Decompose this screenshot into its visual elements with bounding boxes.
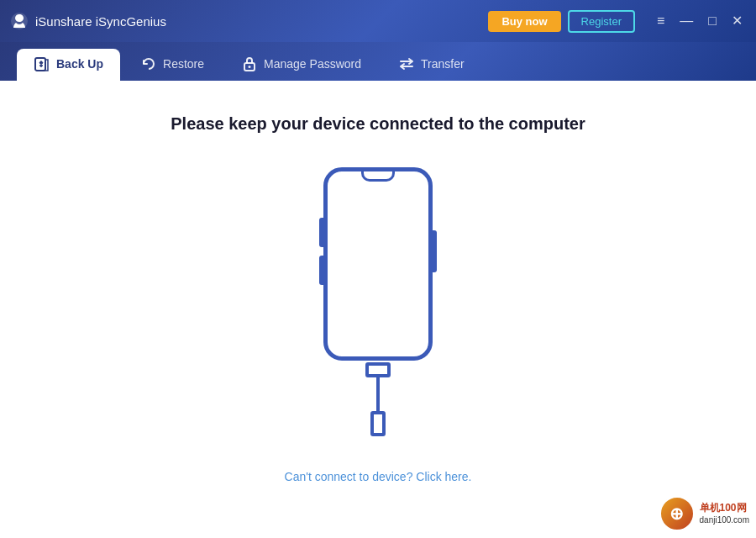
watermark-text: 单机100网 danji100.com bbox=[700, 501, 749, 527]
app-title: iSunshare iSyncGenius bbox=[35, 14, 166, 29]
phone-body bbox=[323, 167, 433, 361]
menu-button[interactable]: ≡ bbox=[654, 13, 668, 29]
svg-point-3 bbox=[249, 66, 251, 68]
window-controls: ≡ — □ ✕ bbox=[654, 13, 746, 29]
phone-notch bbox=[361, 171, 395, 182]
title-bar-left: iSunshare iSyncGenius bbox=[10, 12, 488, 30]
svg-rect-1 bbox=[35, 58, 45, 71]
cant-connect-link[interactable]: Can't connect to device? Click here. bbox=[285, 470, 472, 483]
register-button[interactable]: Register bbox=[568, 10, 635, 33]
tab-manage-password-label: Manage Password bbox=[264, 57, 361, 71]
watermark-site1: 单机100网 bbox=[700, 501, 749, 515]
title-bar: iSunshare iSyncGenius Buy now Register ≡… bbox=[0, 0, 756, 42]
tab-transfer-label: Transfer bbox=[421, 57, 465, 71]
password-icon bbox=[241, 55, 258, 72]
restore-icon bbox=[140, 55, 157, 72]
title-bar-actions: Buy now Register ≡ — □ ✕ bbox=[488, 10, 746, 33]
buy-now-button[interactable]: Buy now bbox=[488, 11, 560, 32]
watermark: ⊕ 单机100网 danji100.com bbox=[659, 496, 749, 531]
tab-restore-label: Restore bbox=[163, 57, 204, 71]
watermark-circle: ⊕ bbox=[659, 496, 695, 531]
tab-transfer[interactable]: Transfer bbox=[381, 49, 481, 81]
transfer-icon bbox=[398, 55, 415, 72]
phone-button-right bbox=[433, 230, 437, 272]
nav-bar: Back Up Restore Manage Password bbox=[0, 42, 756, 81]
main-title: Please keep your device connected to the… bbox=[171, 114, 585, 134]
watermark-site2: danji100.com bbox=[700, 514, 749, 526]
phone-illustration bbox=[323, 167, 433, 436]
phone-button-left-2 bbox=[319, 256, 323, 285]
tab-restore[interactable]: Restore bbox=[123, 49, 221, 81]
backup-icon bbox=[34, 55, 50, 72]
main-content: Please keep your device connected to the… bbox=[0, 81, 756, 538]
tab-backup-label: Back Up bbox=[56, 57, 103, 71]
phone-cable-end bbox=[370, 411, 386, 436]
phone-button-left-1 bbox=[319, 218, 323, 247]
tab-backup[interactable]: Back Up bbox=[17, 49, 120, 81]
tab-manage-password[interactable]: Manage Password bbox=[224, 49, 378, 81]
app-icon bbox=[10, 12, 29, 30]
minimize-button[interactable]: — bbox=[676, 13, 696, 29]
phone-cable-connector bbox=[365, 362, 391, 377]
maximize-button[interactable]: □ bbox=[705, 13, 720, 29]
close-button[interactable]: ✕ bbox=[728, 13, 746, 29]
